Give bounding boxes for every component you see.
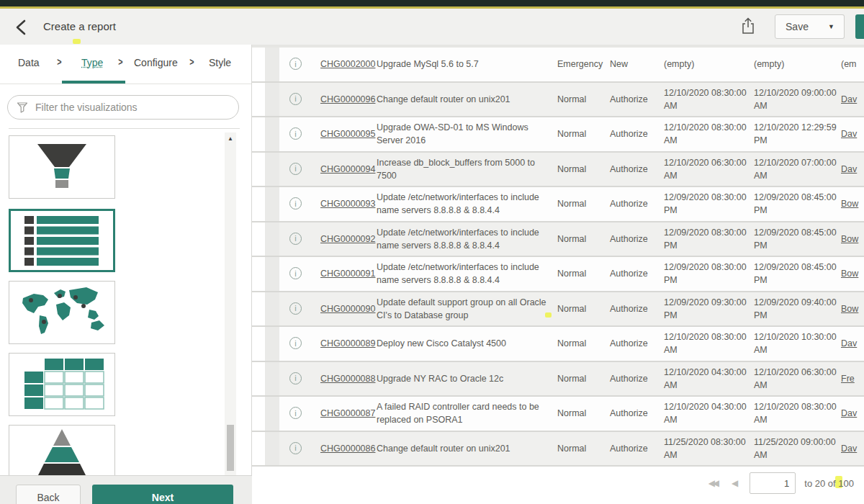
assigned-to-link[interactable]: Dav [841, 83, 864, 117]
breadcrumb-style[interactable]: Style [209, 57, 231, 68]
table-row: iCHG0000096Change default router on unix… [252, 83, 864, 118]
assigned-to-link[interactable]: Bow [841, 257, 864, 291]
breadcrumb-configure[interactable]: Configure [134, 57, 178, 68]
change-number-link[interactable]: CHG0000095 [320, 117, 378, 151]
viz-thumbnail-bar-list[interactable] [9, 209, 115, 272]
table-row: iCHG0000087A failed RAID controller card… [252, 397, 864, 432]
change-number-link[interactable]: CHG0002000 [320, 48, 378, 81]
short-description: Change default router on unix201 [377, 83, 554, 117]
breadcrumb-type[interactable]: Type [81, 57, 103, 68]
table-row: iCHG0002000Upgrade MySql 5.6 to 5.7Emerg… [252, 48, 864, 83]
change-number-link[interactable]: CHG0000086 [320, 432, 378, 466]
viz-thumbnail-world-map[interactable] [9, 281, 115, 344]
row-gutter [265, 222, 279, 256]
info-icon[interactable]: i [289, 93, 302, 105]
info-icon[interactable]: i [289, 267, 302, 279]
assigned-to-link[interactable]: Dav [841, 153, 864, 186]
start-date: (empty) [664, 48, 750, 81]
short-description: Update /etc/network/interfaces to includ… [377, 222, 554, 256]
change-number-link[interactable]: CHG0000088 [320, 362, 378, 396]
info-icon[interactable]: i [289, 442, 302, 454]
save-button[interactable]: Save [775, 14, 819, 39]
assigned-to-link[interactable]: Dav [841, 432, 864, 466]
state-value: Authorize [610, 117, 663, 151]
next-button[interactable]: Next [92, 485, 233, 504]
end-date: 12/10/2020 12:29:59 PM [754, 117, 840, 151]
run-button-clipped[interactable] [855, 14, 864, 39]
start-date: 12/09/2020 08:30:00 PM [664, 187, 750, 221]
scroll-up-icon[interactable]: ▲ [225, 132, 236, 144]
info-icon[interactable]: i [289, 302, 302, 315]
browser-top-bar [0, 0, 864, 6]
row-gutter [265, 48, 279, 81]
page-number-input[interactable] [750, 472, 796, 494]
info-icon[interactable]: i [289, 337, 302, 349]
previous-page-icon[interactable]: ◀ [732, 478, 738, 488]
priority-value: Normal [557, 327, 608, 361]
back-chevron-icon[interactable] [14, 19, 27, 36]
row-gutter [265, 432, 279, 466]
filter-visualizations-box [7, 95, 239, 120]
assigned-to-link[interactable]: Dav [841, 327, 864, 361]
state-value: Authorize [610, 257, 663, 291]
priority-value: Normal [557, 362, 608, 396]
back-button[interactable]: Back [16, 485, 81, 504]
end-date: 12/10/2020 08:30:00 AM [754, 397, 840, 431]
info-icon[interactable]: i [289, 197, 302, 210]
priority-value: Normal [557, 292, 608, 326]
panel-scrollbar[interactable]: ▲ ▼ [225, 132, 236, 475]
priority-value: Normal [557, 257, 608, 291]
info-icon[interactable]: i [289, 127, 302, 140]
filter-visualizations-input[interactable] [34, 101, 224, 114]
assigned-to-link[interactable]: Dav [841, 397, 864, 431]
assigned-to-link[interactable]: Bow [841, 222, 864, 256]
end-date: (empty) [754, 48, 840, 81]
start-date: 12/10/2020 08:30:00 AM [664, 327, 750, 361]
info-icon[interactable]: i [289, 163, 302, 175]
row-gutter [265, 397, 279, 431]
info-icon[interactable]: i [289, 58, 302, 70]
change-number-link[interactable]: CHG0000092 [320, 222, 378, 256]
change-number-link[interactable]: CHG0000093 [320, 187, 378, 221]
info-icon[interactable]: i [289, 407, 302, 419]
priority-value: Normal [557, 187, 608, 221]
short-description: Update /etc/network/interfaces to includ… [377, 187, 554, 221]
assigned-to-link[interactable]: Fre [841, 362, 864, 396]
table-row: iCHG0000091Update /etc/network/interface… [252, 257, 864, 292]
breadcrumb-data[interactable]: Data [18, 57, 40, 68]
short-description: Deploy new Cisco Catalyst 4500 [377, 327, 554, 361]
save-caret-icon[interactable]: ▼ [819, 14, 845, 39]
table-row: iCHG0000090Update default support group … [252, 292, 864, 328]
viz-thumbnail-funnel[interactable] [9, 135, 115, 199]
viz-thumbnail-heatmap[interactable] [9, 353, 115, 416]
start-date: 12/10/2020 06:30:00 AM [664, 153, 750, 186]
change-number-link[interactable]: CHG0000087 [320, 397, 378, 431]
scrollbar-thumb[interactable] [227, 425, 234, 471]
change-number-link[interactable]: CHG0000094 [320, 153, 378, 186]
pagination-range-text: to 20 of 100 [804, 478, 854, 489]
change-number-link[interactable]: CHG0000090 [320, 292, 378, 326]
short-description: Change default router on unix201 [377, 432, 554, 466]
info-icon[interactable]: i [289, 372, 302, 384]
assigned-to-link[interactable]: Bow [841, 292, 864, 326]
first-page-icon[interactable]: ◀◀ [708, 478, 717, 488]
start-date: 12/10/2020 04:30:00 AM [664, 397, 750, 431]
assigned-to-link[interactable]: Bow [841, 187, 864, 221]
change-number-link[interactable]: CHG0000089 [320, 327, 378, 361]
highlight-artifact [73, 39, 81, 44]
assigned-to-link[interactable]: Dav [841, 117, 864, 151]
change-number-link[interactable]: CHG0000096 [320, 83, 378, 117]
info-icon[interactable]: i [289, 233, 302, 245]
state-value: Authorize [610, 187, 663, 221]
share-icon[interactable] [740, 17, 757, 37]
start-date: 12/09/2020 08:30:00 PM [664, 222, 750, 256]
change-number-link[interactable]: CHG0000091 [320, 257, 378, 291]
viz-thumbnail-pyramid[interactable] [9, 425, 115, 475]
state-value: Authorize [610, 83, 663, 117]
state-value: Authorize [610, 397, 663, 431]
priority-value: Normal [557, 117, 608, 151]
chevron-right-icon: > [118, 55, 122, 68]
row-gutter [265, 117, 279, 151]
world-map-icon [9, 281, 115, 344]
short-description: Upgrade MySql 5.6 to 5.7 [377, 48, 554, 81]
